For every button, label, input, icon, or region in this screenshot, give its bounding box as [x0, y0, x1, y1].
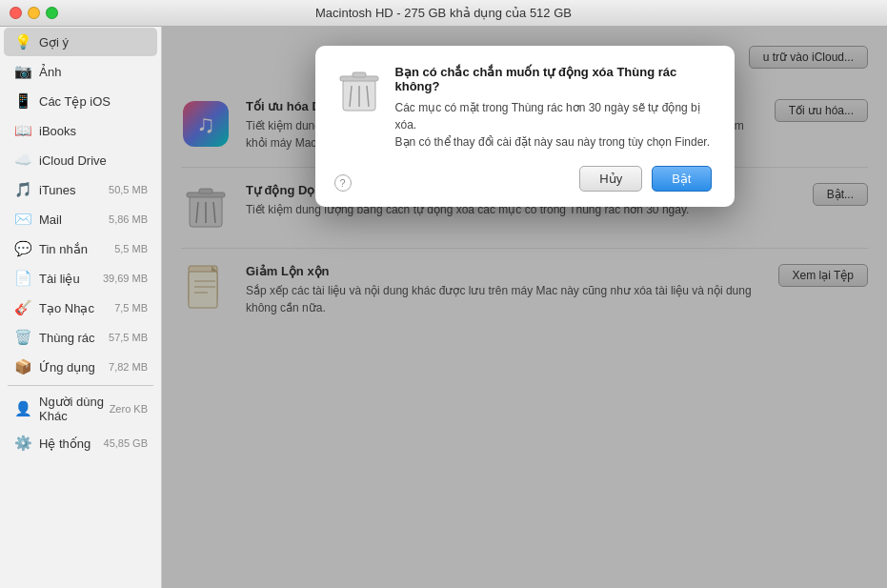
sidebar-label-mail: Mail: [39, 213, 105, 227]
sidebar-icon-itunes: 🎵: [13, 180, 32, 199]
sidebar-label-tao-nhac: Tạo Nhạc: [39, 301, 111, 315]
sidebar-size-tao-nhac: 7,5 MB: [114, 302, 148, 314]
sidebar-item-cac-tep-ios[interactable]: 📱 Các Tệp iOS: [4, 87, 157, 115]
sidebar-divider: [8, 385, 153, 386]
sidebar-icon-nguoi-dung-khac: 👤: [13, 399, 32, 418]
modal-text: Bạn có chắc chắn muốn tự động xóa Thùng …: [395, 65, 712, 151]
sidebar-label-anh: Ảnh: [39, 65, 148, 79]
sidebar: 💡 Gợi ý 📷 Ảnh 📱 Các Tệp iOS 📖 iBooks ☁️ …: [0, 27, 162, 588]
sidebar-item-tai-lieu[interactable]: 📄 Tài liệu 39,69 MB: [4, 264, 157, 293]
sidebar-icon-tao-nhac: 🎸: [13, 298, 32, 317]
title-bar: Macintosh HD - 275 GB khả dụng của 512 G…: [0, 0, 887, 27]
confirm-button[interactable]: Bật: [652, 166, 711, 192]
sidebar-icon-mail: ✉️: [13, 210, 32, 229]
sidebar-label-tin-nhan: Tin nhắn: [39, 242, 111, 256]
sidebar-size-tin-nhan: 5,5 MB: [114, 243, 148, 254]
sidebar-size-itunes: 50,5 MB: [109, 184, 148, 195]
sidebar-icon-tin-nhan: 💬: [13, 239, 32, 258]
modal-title: Bạn có chắc chắn muốn tự động xóa Thùng …: [395, 65, 712, 93]
sidebar-item-mail[interactable]: ✉️ Mail 5,86 MB: [4, 205, 157, 233]
sidebar-icon-cac-tep-ios: 📱: [13, 91, 32, 111]
modal-dialog: Bạn có chắc chắn muốn tự động xóa Thùng …: [315, 46, 735, 207]
sidebar-item-ung-dung[interactable]: 📦 Ứng dụng 7,82 MB: [4, 353, 157, 381]
sidebar-icon-ung-dung: 📦: [13, 357, 32, 376]
modal-desc: Các mục có mặt trong Thùng rác hơn 30 ng…: [395, 99, 712, 151]
sidebar-item-anh[interactable]: 📷 Ảnh: [4, 57, 157, 86]
modal-footer: ? Hủy Bật: [338, 166, 712, 192]
close-button[interactable]: [10, 7, 22, 19]
content-area: u trữ vào iCloud... ♫ Tối ưu hóa Dung lư…: [162, 27, 887, 588]
sidebar-size-mail: 5,86 MB: [109, 213, 148, 225]
sidebar-size-tai-lieu: 39,69 MB: [103, 273, 148, 284]
sidebar-size-nguoi-dung-khac: Zero KB: [110, 403, 148, 415]
sidebar-item-tin-nhan[interactable]: 💬 Tin nhắn 5,5 MB: [4, 234, 157, 263]
sidebar-icon-ibooks: 📖: [13, 121, 32, 140]
sidebar-label-he-thong: Hệ thống: [39, 436, 100, 451]
sidebar-label-nguoi-dung-khac: Người dùng Khác: [39, 395, 106, 423]
window-title: Macintosh HD - 275 GB khả dụng của 512 G…: [315, 6, 572, 20]
sidebar-icon-icloud-drive: ☁️: [13, 151, 32, 170]
sidebar-label-ibooks: iBooks: [39, 124, 148, 138]
sidebar-item-nguoi-dung-khac[interactable]: 👤 Người dùng Khác Zero KB: [4, 390, 157, 428]
sidebar-icon-anh: 📷: [13, 62, 32, 81]
sidebar-size-thung-rac: 57,5 MB: [109, 332, 148, 343]
sidebar-item-tao-nhac[interactable]: 🎸 Tạo Nhạc 7,5 MB: [4, 294, 157, 322]
sidebar-label-icloud-drive: iCloud Drive: [39, 153, 148, 168]
sidebar-size-ung-dung: 7,82 MB: [109, 361, 148, 373]
svg-rect-14: [353, 72, 366, 77]
cancel-button[interactable]: Hủy: [579, 166, 642, 192]
modal-trash-icon: [338, 67, 380, 120]
sidebar-label-goi-y: Gợi ý: [39, 35, 148, 50]
sidebar-item-thung-rac[interactable]: 🗑️ Thùng rác 57,5 MB: [4, 323, 157, 352]
minimize-button[interactable]: [28, 7, 40, 19]
sidebar-label-thung-rac: Thùng rác: [39, 331, 105, 345]
sidebar-label-tai-lieu: Tài liệu: [39, 272, 99, 286]
sidebar-item-icloud-drive[interactable]: ☁️ iCloud Drive: [4, 146, 157, 174]
modal-overlay: Bạn có chắc chắn muốn tự động xóa Thùng …: [162, 27, 887, 588]
sidebar-size-he-thong: 45,85 GB: [104, 437, 148, 449]
sidebar-label-itunes: iTunes: [39, 183, 105, 197]
sidebar-icon-goi-y: 💡: [13, 32, 32, 51]
sidebar-item-ibooks[interactable]: 📖 iBooks: [4, 116, 157, 145]
modal-body: Bạn có chắc chắn muốn tự động xóa Thùng …: [338, 65, 712, 151]
sidebar-item-itunes[interactable]: 🎵 iTunes 50,5 MB: [4, 175, 157, 204]
help-button[interactable]: ?: [334, 174, 352, 192]
window-controls[interactable]: [10, 7, 58, 19]
sidebar-icon-tai-lieu: 📄: [13, 269, 32, 288]
sidebar-item-goi-y[interactable]: 💡 Gợi ý: [4, 28, 157, 56]
sidebar-label-ung-dung: Ứng dụng: [39, 360, 105, 375]
maximize-button[interactable]: [46, 7, 58, 19]
main-content: 💡 Gợi ý 📷 Ảnh 📱 Các Tệp iOS 📖 iBooks ☁️ …: [0, 27, 887, 588]
sidebar-item-he-thong[interactable]: ⚙️ Hệ thống 45,85 GB: [4, 429, 157, 457]
sidebar-icon-thung-rac: 🗑️: [13, 328, 32, 347]
sidebar-label-cac-tep-ios: Các Tệp iOS: [39, 94, 148, 109]
sidebar-icon-he-thong: ⚙️: [13, 434, 32, 453]
